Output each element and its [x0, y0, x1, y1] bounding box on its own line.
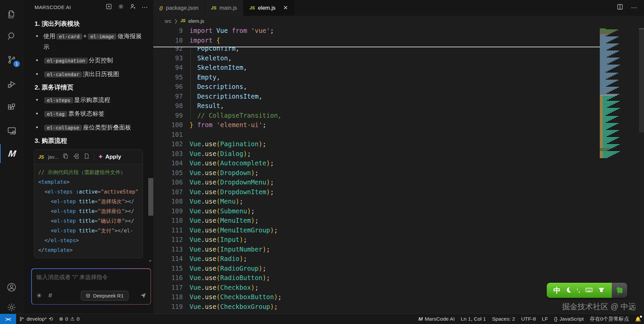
breadcrumb-separator: ❯	[174, 18, 178, 23]
cube-icon	[86, 293, 91, 298]
code-line: 93 Skeleton,	[153, 53, 593, 63]
panel-more-icon[interactable]: ⋯	[142, 3, 149, 11]
account-icon[interactable]	[0, 278, 23, 296]
code-line: 95 Empty,	[153, 72, 593, 82]
list-item: •el-pagination分页控制	[36, 55, 147, 66]
chat-code-block: JS jav... ✦ Apply // 示例代码片段（需新建组件文件）<tem…	[34, 149, 143, 258]
list-item: •el-collapse座位类型折叠面板	[36, 122, 147, 133]
split-editor-icon[interactable]	[616, 3, 624, 12]
codeblock-language: jav...	[48, 154, 58, 160]
list-item: •使用el-card+el-image做海报展示	[36, 31, 147, 52]
code-line: 94 SkeletonItem,	[153, 63, 593, 72]
breadcrumb[interactable]: src ❯ JS elem.js	[153, 16, 644, 26]
remote-indicator[interactable]: ><	[0, 314, 16, 324]
branch-name: develop*	[26, 316, 47, 322]
run-debug-icon[interactable]	[0, 74, 23, 93]
code-line: 105Vue.use(Dropdown);	[153, 168, 593, 178]
send-icon[interactable]	[140, 292, 147, 299]
code-line: 108Vue.use(Menu);	[153, 197, 593, 206]
notifications[interactable]: 🔔	[632, 314, 644, 324]
file-type-icon: {}	[159, 5, 163, 10]
sticky-scroll: 9import Vue from 'vue';10import {	[153, 26, 593, 47]
inline-code-chip: el-image	[88, 34, 117, 40]
code-line: 103Vue.use(Dialog);	[153, 149, 593, 159]
sparkle-icon: ✦	[98, 153, 103, 160]
tab-bar: {}package.jsonJSmain.jsJSelem.js✕	[153, 0, 644, 16]
marscode-ai-icon[interactable]: M	[0, 144, 23, 163]
scm-badge: 1	[13, 61, 20, 67]
explorer-icon[interactable]	[0, 5, 23, 23]
code-line: 107Vue.use(DropdownItem);	[153, 187, 593, 197]
tab-package.json[interactable]: {}package.json	[153, 0, 205, 16]
status-bar: >< develop* ⟲ ⊗ 0 ⚠ 0 MMarsCode AILn 1, …	[0, 314, 644, 324]
close-icon[interactable]: ✕	[283, 4, 288, 11]
problems-indicator[interactable]: ⊗ 0 ⚠ 0	[56, 314, 83, 324]
chat-input[interactable]: 输入消息或者 "/" 来选择指令 ✳ # Deepseek R1	[32, 269, 151, 304]
code-line: 9import Vue from 'vue';	[153, 26, 593, 36]
code-line: 96 Descriptions,	[153, 82, 593, 92]
code-line: 116Vue.use(RadioButton);	[153, 273, 593, 283]
tab-main.js[interactable]: JSmain.js	[205, 0, 244, 16]
remote-explorer-icon[interactable]	[0, 121, 23, 140]
warning-icon: ⚠	[70, 316, 74, 322]
chat-input-container: 输入消息或者 "/" 来选择指令 ✳ # Deepseek R1	[31, 268, 151, 305]
commands-icon[interactable]: ✳	[37, 292, 42, 300]
skin-shirt-icon[interactable]	[598, 286, 605, 295]
sogou-clover-logo[interactable]	[612, 283, 627, 298]
code-line: 104Vue.use(Autocomplete);	[153, 158, 593, 168]
chevron-down-icon[interactable]: ⌄	[148, 256, 153, 263]
sync-icon[interactable]: ⟲	[49, 316, 53, 322]
extensions-icon[interactable]	[0, 98, 23, 117]
chat-code-content: // 示例代码片段（需新建组件文件）<template> <el-steps :…	[34, 164, 143, 258]
inline-code-chip: el-tag	[44, 111, 67, 117]
cursor-position[interactable]: Ln 1, Col 1	[458, 314, 489, 324]
editor-more-icon[interactable]: ⋯	[631, 4, 638, 11]
source-control-icon[interactable]: 1	[0, 50, 23, 69]
chat-input-placeholder: 输入消息或者 "/" 来选择指令	[37, 273, 146, 281]
list-item: •el-tag票务状态标签	[36, 109, 147, 119]
new-file-icon[interactable]	[84, 153, 90, 161]
editor-area: {}package.jsonJSmain.jsJSelem.js✕ ⋯ src …	[153, 0, 644, 314]
code-line: 118Vue.use(CheckboxButton);	[153, 292, 593, 302]
indent-guide	[191, 44, 191, 120]
code-line: 110Vue.use(MenuItem);	[153, 216, 593, 225]
panel-settings-icon[interactable]	[117, 3, 124, 11]
insert-at-cursor-icon[interactable]	[73, 153, 79, 161]
minimap[interactable]	[600, 29, 624, 163]
chat-message: 1. 演出列表模块•使用el-card+el-image做海报展示•el-pag…	[23, 14, 153, 258]
inline-code-chip: el-collapse	[44, 125, 82, 131]
new-chat-icon[interactable]	[105, 3, 112, 11]
code-line: 92 Popconfirm,	[153, 47, 593, 53]
breadcrumb-file[interactable]: elem.js	[188, 18, 204, 24]
code-lines: 92 Popconfirm,93 Skeleton,94 SkeletonIte…	[153, 47, 593, 314]
context-hash-icon[interactable]: #	[48, 292, 52, 299]
error-count: 0	[65, 316, 68, 322]
tab-elem.js[interactable]: JSelem.js✕	[244, 0, 294, 16]
marscode-status[interactable]: MMarsCode AI	[415, 314, 458, 324]
inline-code-chip: el-steps	[44, 97, 73, 103]
punctuation-checker[interactable]: 存在0个异常标点	[587, 314, 632, 324]
codeblock-js-icon: JS	[38, 154, 44, 160]
code-editor[interactable]: 9import Vue from 'vue';10import { 92 Pop…	[153, 26, 644, 314]
list-item: •el-steps显示购票流程	[36, 95, 147, 106]
marscode-chat-panel: MARSCODE AI ⋯ 1. 演出列表模块•使用el-card+el-ima…	[23, 0, 153, 314]
copy-icon[interactable]	[62, 153, 69, 161]
search-icon[interactable]	[0, 27, 23, 46]
panel-section-heading: 3. 购票流程	[35, 137, 147, 145]
language-mode[interactable]: {}JavaScript	[551, 314, 587, 324]
invite-user-icon[interactable]	[129, 3, 137, 11]
breadcrumb-folder[interactable]: src	[165, 18, 171, 24]
panel-scrollbar[interactable]	[148, 178, 153, 216]
warning-count: 0	[77, 316, 80, 322]
branch-indicator[interactable]: develop* ⟲	[16, 314, 56, 324]
model-selector[interactable]: Deepseek R1	[81, 291, 128, 301]
code-line: 114Vue.use(Radio);	[153, 254, 593, 264]
code-line: 10import {	[153, 36, 593, 45]
editor-scrollbar[interactable]	[639, 29, 644, 132]
file-type-icon: JS	[211, 5, 217, 10]
apply-button[interactable]: ✦ Apply	[98, 153, 121, 160]
indentation[interactable]: Spaces: 2	[489, 314, 518, 324]
eol[interactable]: LF	[539, 314, 551, 324]
encoding[interactable]: UTF-8	[518, 314, 539, 324]
inline-code-chip: el-card	[56, 34, 82, 40]
